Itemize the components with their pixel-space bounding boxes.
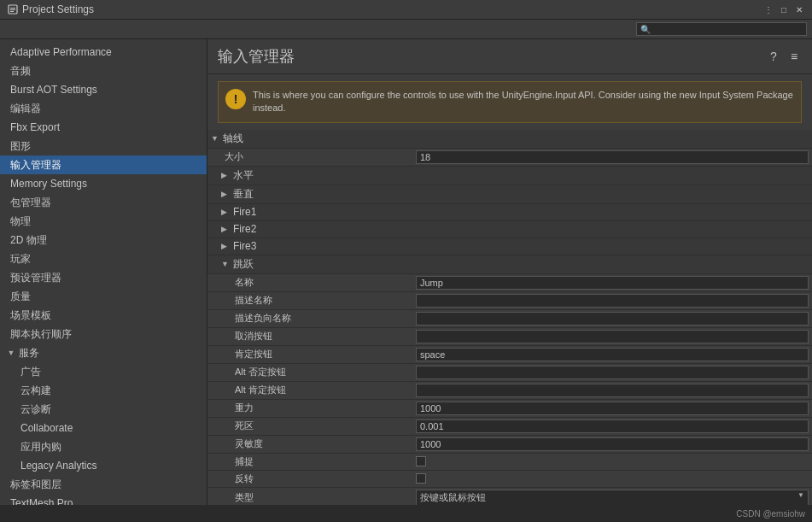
invert-row: 反转 — [207, 471, 812, 488]
horizontal-label: 水平 — [233, 168, 254, 183]
sidebar-group-services[interactable]: ▼ 服务 — [0, 343, 207, 362]
alt-negative-button-input[interactable] — [416, 366, 809, 379]
positive-button-input[interactable] — [416, 348, 809, 361]
window-menu-btn[interactable]: ⋮ — [762, 3, 774, 15]
sidebar-item-burst[interactable]: Burst AOT Settings — [0, 80, 207, 99]
svg-rect-1 — [10, 8, 15, 9]
settings-icon-btn[interactable]: ≡ — [786, 49, 802, 64]
fire1-arrow: ▶ — [221, 208, 231, 216]
sensitivity-input[interactable] — [416, 437, 809, 451]
sidebar-item-tags-layers[interactable]: 标签和图层 — [0, 475, 207, 494]
sidebar-item-legacy-analytics[interactable]: Legacy Analytics — [0, 456, 207, 475]
name-input[interactable] — [416, 276, 809, 290]
sidebar-item-script-order[interactable]: 脚本执行顺序 — [0, 325, 207, 343]
vertical-arrow: ▶ — [221, 190, 231, 198]
window-controls: ⋮ □ ✕ — [762, 3, 805, 15]
warning-icon: ! — [225, 89, 246, 109]
sidebar-item-player[interactable]: 玩家 — [0, 249, 207, 268]
alt-negative-button-value-col — [412, 364, 812, 381]
type-select-display[interactable]: 按键或鼠标按钮 ▼ — [416, 490, 809, 505]
sidebar: Adaptive Performance 音频 Burst AOT Settin… — [0, 39, 207, 505]
sidebar-item-collaborate[interactable]: Collaborate — [0, 419, 207, 437]
sidebar-item-scene-templates[interactable]: 场景模板 — [0, 306, 207, 325]
sidebar-item-packages[interactable]: 包管理器 — [0, 193, 207, 212]
sidebar-item-cloud-diagnostics[interactable]: 云诊断 — [0, 400, 207, 419]
type-label: 类型 — [207, 490, 412, 505]
sidebar-item-presets[interactable]: 预设管理器 — [0, 268, 207, 287]
positive-button-value-col — [412, 346, 812, 363]
warning-box: ! This is where you can configure the co… — [218, 81, 802, 123]
sensitivity-row: 灵敏度 — [207, 436, 812, 454]
jump-label: 跳跃 — [233, 257, 254, 272]
help-icon-btn[interactable]: ? — [766, 49, 781, 64]
sidebar-item-iap[interactable]: 应用内购 — [0, 437, 207, 456]
sidebar-item-textmesh[interactable]: TextMesh Pro — [0, 494, 207, 505]
fire2-header[interactable]: ▶ Fire2 — [207, 221, 812, 238]
invert-checkbox[interactable] — [416, 473, 426, 484]
fire2-arrow: ▶ — [221, 225, 231, 233]
properties-section: ▼ 轴线 大小 ▶ 水平 ▶ 垂直 ▶ — [207, 130, 812, 505]
size-row: 大小 — [207, 149, 812, 167]
type-select-wrapper: 按键或鼠标按钮 ▼ — [416, 490, 809, 505]
sidebar-item-quality[interactable]: 质量 — [0, 287, 207, 306]
window-close-btn[interactable]: ✕ — [793, 3, 805, 15]
alt-positive-button-row: Alt 肯定按钮 — [207, 382, 812, 400]
name-label: 名称 — [207, 274, 412, 290]
size-input[interactable] — [416, 150, 809, 164]
snap-checkbox[interactable] — [416, 456, 426, 466]
dead-row: 死区 — [207, 418, 812, 436]
desc-name-input[interactable] — [416, 294, 809, 308]
horizontal-arrow: ▶ — [221, 171, 231, 179]
type-value-col: 按键或鼠标按钮 ▼ — [412, 488, 812, 505]
desc-neg-name-row: 描述负向名称 — [207, 310, 812, 328]
sidebar-item-cloud-build[interactable]: 云构建 — [0, 381, 207, 400]
header-action-icons: ? ≡ — [766, 49, 802, 64]
positive-button-row: 肯定按钮 — [207, 346, 812, 364]
negative-button-row: 取消按钮 — [207, 328, 812, 346]
dead-input[interactable] — [416, 419, 809, 433]
sidebar-item-input[interactable]: 输入管理器 — [0, 155, 207, 174]
sidebar-item-audio[interactable]: 音频 — [0, 62, 207, 80]
vertical-header[interactable]: ▶ 垂直 — [207, 185, 812, 204]
search-input[interactable] — [654, 24, 803, 34]
gravity-value-col — [412, 400, 812, 417]
name-value-col — [412, 274, 812, 291]
invert-value-col — [412, 472, 812, 485]
name-row: 名称 — [207, 274, 812, 292]
services-expand-arrow: ▼ — [5, 345, 17, 361]
window-title: Project Settings — [22, 3, 94, 15]
jump-header[interactable]: ▼ 跳跃 — [207, 255, 812, 274]
content-area: 输入管理器 ? ≡ ! This is where you can config… — [207, 39, 812, 505]
sidebar-item-physics2d[interactable]: 2D 物理 — [0, 231, 207, 249]
alt-positive-button-input[interactable] — [416, 384, 809, 397]
sidebar-item-ads[interactable]: 广告 — [0, 362, 207, 381]
desc-name-row: 描述名称 — [207, 292, 812, 310]
sidebar-item-fbx[interactable]: Fbx Export — [0, 118, 207, 137]
fire1-header[interactable]: ▶ Fire1 — [207, 204, 812, 221]
window-maximize-btn[interactable]: □ — [778, 3, 790, 15]
size-label: 大小 — [207, 149, 412, 165]
sensitivity-label: 灵敏度 — [207, 436, 412, 452]
sidebar-item-adaptive-performance[interactable]: Adaptive Performance — [0, 43, 207, 62]
gravity-input[interactable] — [416, 402, 809, 415]
vertical-label: 垂直 — [233, 187, 254, 202]
content-header: 输入管理器 ? ≡ — [207, 39, 812, 74]
desc-name-value-col — [412, 292, 812, 309]
invert-label: 反转 — [207, 471, 412, 487]
alt-positive-button-value-col — [412, 382, 812, 399]
axes-section-header[interactable]: ▼ 轴线 — [207, 130, 812, 149]
negative-button-input[interactable] — [416, 330, 809, 343]
sidebar-item-memory[interactable]: Memory Settings — [0, 174, 207, 193]
sidebar-item-physics[interactable]: 物理 — [0, 212, 207, 231]
alt-positive-button-label: Alt 肯定按钮 — [207, 382, 412, 398]
negative-button-value-col — [412, 328, 812, 345]
sidebar-item-graphics[interactable]: 图形 — [0, 137, 207, 155]
fire3-arrow: ▶ — [221, 242, 231, 250]
sidebar-item-editor[interactable]: 编辑器 — [0, 99, 207, 118]
size-value-col — [412, 149, 812, 166]
sensitivity-value-col — [412, 436, 812, 453]
fire1-label: Fire1 — [233, 206, 256, 218]
horizontal-header[interactable]: ▶ 水平 — [207, 167, 812, 185]
desc-neg-name-input[interactable] — [416, 312, 809, 326]
fire3-header[interactable]: ▶ Fire3 — [207, 238, 812, 255]
